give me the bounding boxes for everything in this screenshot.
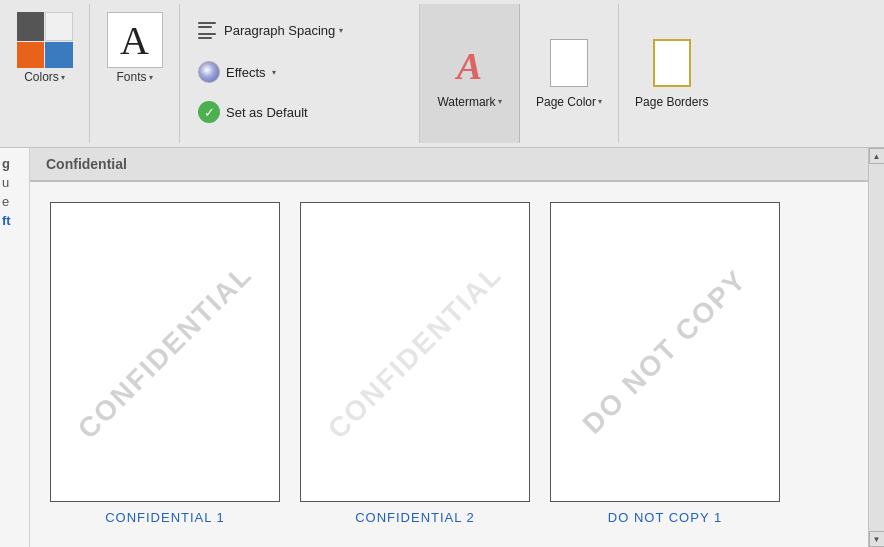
colors-icon (17, 12, 73, 68)
watermark-label-text: Watermark (437, 95, 495, 109)
set-as-default-button[interactable]: ✓ Set as Default (192, 97, 314, 127)
watermark-caption-donotcopy1: DO NOT COPY 1 (608, 510, 722, 525)
left-panel-e: e (2, 194, 27, 209)
watermarks-grid: CONFIDENTIAL CONFIDENTIAL 1 CONFIDENTIAL… (30, 182, 868, 547)
main-content: g u e ft Confidential CONFIDENTIAL CONFI… (0, 148, 884, 547)
page-color-icon (545, 39, 593, 93)
colors-cell-blue (45, 42, 73, 69)
scrollbar-down-arrow[interactable]: ▼ (869, 531, 885, 547)
effects-label: Effects (226, 65, 266, 80)
colors-cell-orange (17, 42, 45, 69)
watermark-item-confidential2[interactable]: CONFIDENTIAL CONFIDENTIAL 2 (300, 202, 530, 527)
set-default-check-icon: ✓ (198, 101, 220, 123)
colors-cell-dark (17, 12, 45, 41)
design-row-paragraph: Paragraph Spacing ▾ (192, 8, 407, 52)
watermark-item-confidential1[interactable]: CONFIDENTIAL CONFIDENTIAL 1 (50, 202, 280, 527)
toolbar-group-watermark: A Watermark ▾ (420, 4, 520, 143)
watermark-diagonal-text-3: DO NOT COPY (577, 264, 754, 441)
scrollbar-up-arrow[interactable]: ▲ (869, 148, 885, 164)
fonts-dropdown-arrow: ▾ (149, 73, 153, 82)
toolbar-group-fonts: A Fonts ▾ (90, 4, 180, 143)
toolbar-group-design: Paragraph Spacing ▾ Effects ▾ ✓ Set as D… (180, 4, 420, 143)
watermark-icon: A (445, 39, 495, 93)
left-panel-u: u (2, 175, 27, 190)
panel-header-title: Confidential (46, 156, 127, 172)
page-color-dropdown-arrow: ▾ (598, 97, 602, 106)
colors-cell-light (45, 12, 73, 41)
watermark-letter-icon: A (457, 44, 482, 88)
set-default-label: Set as Default (226, 105, 308, 120)
watermark-preview-donotcopy1: DO NOT COPY (550, 202, 780, 502)
design-row-effects: Effects ▾ (192, 52, 407, 92)
para-line-1 (198, 22, 216, 24)
colors-label-text: Colors (24, 70, 59, 84)
colors-button[interactable]: Colors ▾ (24, 70, 65, 84)
left-panel: g u e ft (0, 148, 30, 547)
toolbar-group-page-color: Page Color ▾ (520, 4, 619, 143)
page-doc-icon (550, 39, 588, 87)
watermark-caption-confidential1: CONFIDENTIAL 1 (105, 510, 225, 525)
fonts-button[interactable]: Fonts ▾ (116, 70, 152, 84)
left-panel-g: g (2, 156, 27, 171)
para-line-2 (198, 26, 212, 28)
paragraph-spacing-icon (198, 19, 220, 41)
left-panel-ft: ft (2, 213, 27, 228)
effects-button[interactable]: Effects ▾ (192, 57, 282, 87)
toolbar: Colors ▾ A Fonts ▾ Paragraph Spacing ▾ (0, 0, 884, 148)
watermark-caption-confidential2: CONFIDENTIAL 2 (355, 510, 475, 525)
design-row-default: ✓ Set as Default (192, 92, 407, 132)
watermark-diagonal-text-1: CONFIDENTIAL (72, 259, 259, 446)
watermark-item-donotcopy1[interactable]: DO NOT COPY DO NOT COPY 1 (550, 202, 780, 527)
watermark-preview-confidential2: CONFIDENTIAL (300, 202, 530, 502)
watermark-dropdown-arrow: ▾ (498, 97, 502, 106)
page-color-button[interactable]: Page Color ▾ (536, 95, 602, 109)
watermark-preview-confidential1: CONFIDENTIAL (50, 202, 280, 502)
paragraph-spacing-arrow: ▾ (339, 26, 343, 35)
fonts-label-text: Fonts (116, 70, 146, 84)
toolbar-group-colors: Colors ▾ (0, 4, 90, 143)
effects-icon (198, 61, 220, 83)
effects-dropdown-arrow: ▾ (272, 68, 276, 77)
scrollbar[interactable]: ▲ ▼ (868, 148, 884, 547)
fonts-icon: A (107, 12, 163, 68)
page-borders-label-text: Page Borders (635, 95, 708, 109)
page-borders-button[interactable]: Page Borders (635, 95, 708, 109)
paragraph-spacing-button[interactable]: Paragraph Spacing ▾ (192, 15, 349, 45)
watermark-button[interactable]: Watermark ▾ (437, 95, 501, 109)
watermark-diagonal-text-2: CONFIDENTIAL (322, 259, 509, 446)
para-line-3 (198, 33, 216, 35)
toolbar-group-page-borders: Page Borders (619, 4, 724, 143)
paragraph-spacing-label: Paragraph Spacing (224, 23, 335, 38)
page-borders-icon (648, 39, 696, 93)
scrollbar-track (869, 164, 884, 531)
watermark-panel: Confidential CONFIDENTIAL CONFIDENTIAL 1… (30, 148, 868, 547)
para-line-4 (198, 37, 212, 39)
page-doc-border-icon (653, 39, 691, 87)
colors-dropdown-arrow: ▾ (61, 73, 65, 82)
page-color-label-text: Page Color (536, 95, 596, 109)
panel-header: Confidential (30, 148, 868, 182)
